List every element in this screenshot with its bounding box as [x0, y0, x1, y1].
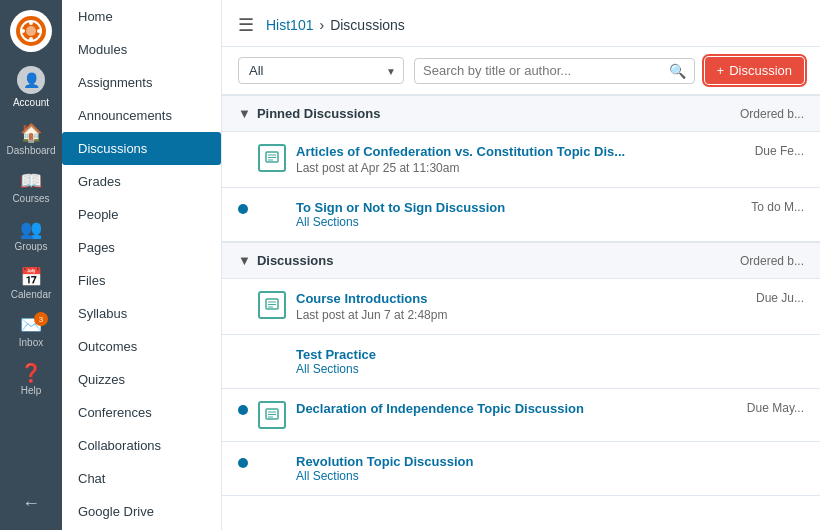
discussion-body: Course Introductions Last post at Jun 7 …: [296, 291, 756, 322]
all-sections-link[interactable]: All Sections: [296, 362, 804, 376]
all-sections-link[interactable]: All Sections: [296, 215, 751, 229]
svg-point-1: [26, 26, 36, 36]
groups-icon: 👥: [20, 220, 42, 238]
discussion-item: Declaration of Independence Topic Discus…: [222, 389, 820, 442]
svg-point-5: [21, 29, 25, 33]
unread-dot: [238, 405, 248, 415]
discussion-title[interactable]: To Sign or Not to Sign Discussion: [296, 200, 751, 215]
sidebar-item-files[interactable]: Files: [62, 264, 221, 297]
rail-dashboard[interactable]: 🏠 Dashboard: [0, 116, 62, 164]
rail-groups[interactable]: 👥 Groups: [0, 212, 62, 260]
filter-select[interactable]: All Unread Subscribed Closed for Comment…: [238, 57, 404, 84]
discussion-title[interactable]: Declaration of Independence Topic Discus…: [296, 401, 747, 416]
discussions-section-header: ▼ Discussions Ordered b...: [222, 242, 820, 279]
pinned-section-label: Pinned Discussions: [257, 106, 381, 121]
discussion-meta: Due Fe...: [755, 144, 804, 158]
app-logo: [10, 10, 52, 52]
sidebar-item-discussions[interactable]: Discussions: [62, 132, 221, 165]
rail-inbox[interactable]: ✉️ 3 Inbox: [0, 308, 62, 356]
unread-dot: [238, 204, 248, 214]
breadcrumb-course-link[interactable]: Hist101: [266, 17, 313, 33]
breadcrumb-current: Discussions: [330, 17, 405, 33]
sidebar-nav: Home Modules Assignments Announcements D…: [62, 0, 222, 530]
add-button-label: Discussion: [729, 63, 792, 78]
inbox-badge: 3: [34, 312, 48, 326]
main-content: ☰ Hist101 › Discussions All Unread Subsc…: [222, 0, 820, 530]
rail-help[interactable]: ❓ Help: [0, 356, 62, 404]
discussion-meta: Due Ju...: [756, 291, 804, 305]
calendar-icon: 📅: [20, 268, 42, 286]
dashboard-icon: 🏠: [20, 124, 42, 142]
discussion-meta: Due May...: [747, 401, 804, 415]
sidebar-item-conferences[interactable]: Conferences: [62, 396, 221, 429]
discussion-item: Test Practice All Sections: [222, 335, 820, 389]
search-input[interactable]: [423, 63, 669, 78]
all-sections-link[interactable]: All Sections: [296, 469, 804, 483]
discussion-type-icon: [258, 144, 286, 172]
discussions-section-label: Discussions: [257, 253, 334, 268]
pinned-toggle[interactable]: ▼: [238, 106, 251, 121]
rail-dashboard-label: Dashboard: [7, 145, 56, 156]
sidebar-item-assignments[interactable]: Assignments: [62, 66, 221, 99]
sidebar-item-home[interactable]: Home: [62, 0, 221, 33]
discussion-title[interactable]: Course Introductions: [296, 291, 756, 306]
discussion-title[interactable]: Articles of Confederation vs. Constituti…: [296, 144, 755, 159]
pinned-section-meta: Ordered b...: [740, 107, 804, 121]
svg-point-4: [29, 37, 33, 41]
spacer: [258, 454, 286, 482]
discussion-meta: To do M...: [751, 200, 804, 214]
discussion-title[interactable]: Revolution Topic Discussion: [296, 454, 804, 469]
rail-account-label: Account: [13, 97, 49, 108]
rail-inbox-label: Inbox: [19, 337, 43, 348]
filter-select-wrap: All Unread Subscribed Closed for Comment…: [238, 57, 404, 84]
discussion-title[interactable]: Test Practice: [296, 347, 804, 362]
sidebar-item-announcements[interactable]: Announcements: [62, 99, 221, 132]
discussions-section-meta: Ordered b...: [740, 254, 804, 268]
sidebar-item-collaborations[interactable]: Collaborations: [62, 429, 221, 462]
pinned-section-header: ▼ Pinned Discussions Ordered b...: [222, 95, 820, 132]
discussion-body: Declaration of Independence Topic Discus…: [296, 401, 747, 416]
sidebar-item-syllabus[interactable]: Syllabus: [62, 297, 221, 330]
rail-back[interactable]: ←: [0, 486, 62, 520]
courses-icon: 📖: [20, 172, 42, 190]
hamburger-button[interactable]: ☰: [238, 14, 254, 36]
discussion-item: To Sign or Not to Sign Discussion All Se…: [222, 188, 820, 242]
filter-bar: All Unread Subscribed Closed for Comment…: [222, 47, 820, 95]
search-wrap: 🔍: [414, 58, 695, 84]
unread-dot: [238, 458, 248, 468]
rail-account[interactable]: 👤 Account: [0, 58, 62, 116]
rail-courses[interactable]: 📖 Courses: [0, 164, 62, 212]
account-avatar: 👤: [17, 66, 45, 94]
discussion-item: Revolution Topic Discussion All Sections: [222, 442, 820, 496]
discussion-type-icon: [258, 401, 286, 429]
sidebar-item-quizzes[interactable]: Quizzes: [62, 363, 221, 396]
discussion-type-icon: [258, 291, 286, 319]
sidebar-item-modules[interactable]: Modules: [62, 33, 221, 66]
breadcrumb-separator: ›: [319, 17, 324, 33]
search-icon: 🔍: [669, 63, 686, 79]
add-discussion-button[interactable]: + Discussion: [705, 57, 804, 84]
inbox-badge-wrap: ✉️ 3: [20, 316, 42, 334]
sidebar-item-grades[interactable]: Grades: [62, 165, 221, 198]
logo-icon: [16, 16, 46, 46]
discussion-item: Articles of Confederation vs. Constituti…: [222, 132, 820, 188]
svg-point-3: [37, 29, 41, 33]
sidebar-item-outcomes[interactable]: Outcomes: [62, 330, 221, 363]
sidebar-item-google-drive[interactable]: Google Drive: [62, 495, 221, 528]
help-icon: ❓: [20, 364, 42, 382]
add-icon: +: [717, 63, 725, 78]
sidebar-item-pages[interactable]: Pages: [62, 231, 221, 264]
svg-point-2: [29, 21, 33, 25]
rail-help-label: Help: [21, 385, 42, 396]
discussion-body: Test Practice All Sections: [296, 347, 804, 376]
rail-courses-label: Courses: [12, 193, 49, 204]
rail-calendar[interactable]: 📅 Calendar: [0, 260, 62, 308]
discussions-toggle[interactable]: ▼: [238, 253, 251, 268]
sidebar-item-chat[interactable]: Chat: [62, 462, 221, 495]
discussion-body: Revolution Topic Discussion All Sections: [296, 454, 804, 483]
discussion-subtitle: Last post at Apr 25 at 11:30am: [296, 161, 755, 175]
discussion-subtitle: Last post at Jun 7 at 2:48pm: [296, 308, 756, 322]
discussion-body: Articles of Confederation vs. Constituti…: [296, 144, 755, 175]
spacer: [258, 347, 286, 375]
sidebar-item-people[interactable]: People: [62, 198, 221, 231]
